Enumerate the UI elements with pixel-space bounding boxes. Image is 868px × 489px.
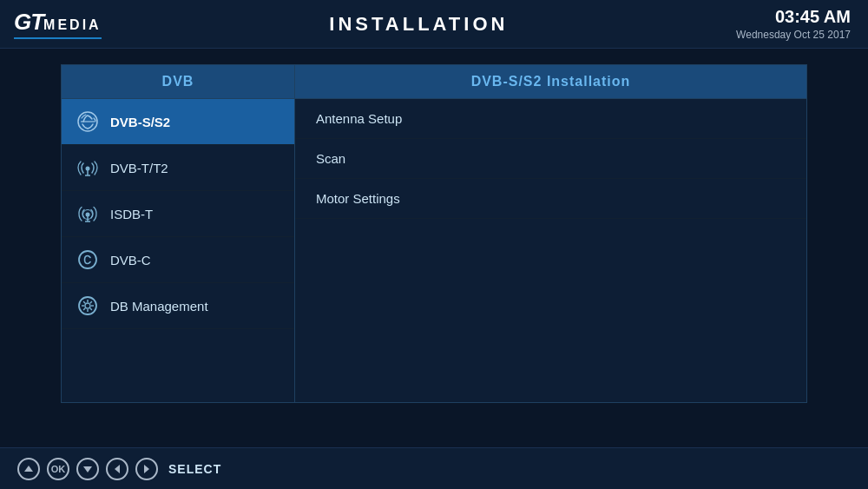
svg-marker-20 — [24, 466, 33, 472]
ok-icon: OK — [47, 458, 69, 480]
sidebar-item-isdb-t[interactable]: ISDB-T — [62, 191, 294, 237]
sidebar-item-dvb-s-s2-label: DVB-S/S2 — [110, 115, 170, 129]
motor-settings-item[interactable]: Motor Settings — [295, 179, 806, 219]
svg-point-9 — [79, 251, 96, 268]
down-icon — [76, 458, 99, 480]
dvb-panel-header: DVB — [62, 65, 294, 99]
satellite-icon — [76, 109, 100, 134]
scan-label: Scan — [316, 151, 345, 166]
copyright-icon — [76, 248, 100, 272]
right-icon — [135, 458, 158, 480]
down-button[interactable] — [76, 458, 99, 480]
antenna-setup-item[interactable]: Antenna Setup — [295, 99, 806, 139]
svg-line-18 — [90, 301, 92, 303]
broadcast-ring-icon — [76, 202, 100, 226]
sidebar-item-dvb-t-t2-label: DVB-T/T2 — [110, 161, 168, 175]
page-title: INSTALLATION — [329, 13, 508, 36]
antenna-setup-label: Antenna Setup — [316, 111, 402, 126]
logo-media: MEDIA — [43, 17, 102, 33]
sidebar-item-dvb-t-t2[interactable]: DVB-T/T2 — [62, 145, 294, 191]
header: GT MEDIA INSTALLATION 03:45 AM Wednesday… — [0, 0, 868, 49]
dvb-panel: DVB DVB-S/S2 — [61, 64, 295, 403]
left-button[interactable] — [106, 458, 128, 480]
logo-gt: GT — [14, 9, 43, 36]
scan-item[interactable]: Scan — [295, 139, 806, 179]
footer-label: SELECT — [168, 462, 221, 476]
installation-panel-header: DVB-S/S2 Installation — [295, 65, 806, 99]
logo-underline — [14, 37, 102, 39]
sidebar-item-dvb-c-label: DVB-C — [110, 253, 151, 268]
up-icon — [17, 458, 40, 480]
svg-marker-23 — [144, 465, 149, 473]
svg-marker-21 — [83, 466, 92, 472]
sidebar-item-dvb-c[interactable]: DVB-C — [62, 237, 294, 283]
footer: OK SELECT — [0, 447, 868, 489]
logo: GT MEDIA — [14, 9, 102, 39]
main-content: DVB DVB-S/S2 — [61, 64, 807, 403]
sidebar-item-db-management[interactable]: DB Management — [62, 283, 294, 329]
left-icon — [106, 458, 128, 480]
right-button[interactable] — [135, 458, 158, 480]
svg-line-16 — [83, 301, 85, 303]
broadcast-icon — [76, 155, 100, 180]
svg-point-11 — [85, 303, 90, 308]
up-button[interactable] — [17, 458, 40, 480]
svg-line-19 — [83, 308, 85, 310]
datetime: 03:45 AM Wednesday Oct 25 2017 — [736, 7, 851, 41]
ok-button[interactable]: OK — [47, 458, 69, 480]
sidebar-item-db-management-label: DB Management — [110, 299, 208, 314]
svg-line-17 — [90, 308, 92, 310]
motor-settings-label: Motor Settings — [316, 191, 400, 206]
sidebar-item-isdb-t-label: ISDB-T — [110, 207, 153, 221]
sidebar-item-dvb-s-s2[interactable]: DVB-S/S2 — [62, 99, 294, 145]
svg-marker-22 — [115, 465, 120, 473]
date: Wednesday Oct 25 2017 — [736, 29, 851, 41]
installation-panel: DVB-S/S2 Installation Antenna Setup Scan… — [295, 64, 807, 403]
gear-circle-icon — [76, 294, 100, 318]
clock: 03:45 AM — [736, 7, 851, 27]
